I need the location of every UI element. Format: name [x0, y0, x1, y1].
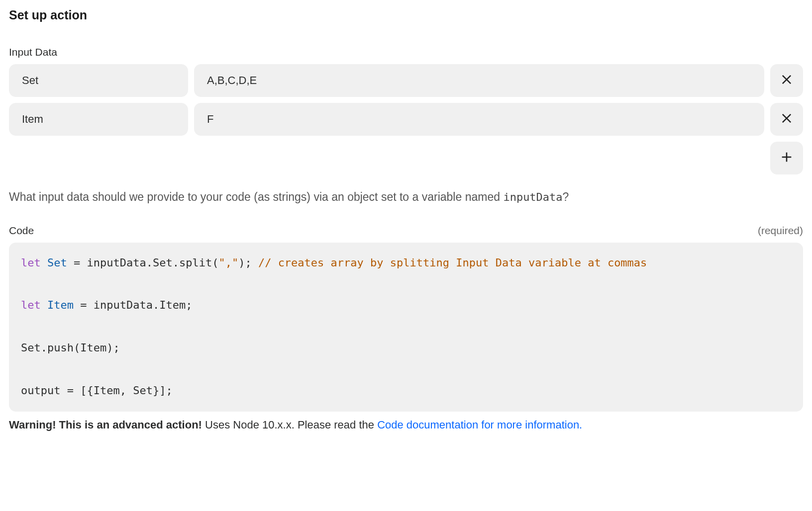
warning-text: Warning! This is an advanced action! Use… — [9, 417, 803, 433]
close-icon — [780, 73, 794, 88]
remove-row-button[interactable] — [770, 64, 803, 97]
input-value-field[interactable]: A,B,C,D,E — [194, 64, 764, 97]
input-value-field[interactable]: F — [194, 103, 764, 136]
plus-icon — [780, 150, 794, 166]
code-editor[interactable]: let Set = inputData.Set.split(","); // c… — [9, 243, 803, 412]
code-required-tag: (required) — [758, 225, 803, 237]
code-label: Code — [9, 225, 34, 237]
input-data-label: Input Data — [9, 46, 803, 58]
input-key-field[interactable]: Item — [9, 103, 188, 136]
add-row-button[interactable] — [770, 142, 803, 174]
input-data-help: What input data should we provide to you… — [9, 188, 803, 206]
page-title: Set up action — [9, 8, 803, 22]
input-data-row: ItemF — [9, 103, 803, 136]
remove-row-button[interactable] — [770, 103, 803, 136]
input-data-rows: SetA,B,C,D,EItemF — [9, 64, 803, 136]
input-data-row: SetA,B,C,D,E — [9, 64, 803, 97]
close-icon — [780, 111, 794, 127]
input-key-field[interactable]: Set — [9, 64, 188, 97]
code-docs-link[interactable]: Code documentation for more information. — [377, 419, 582, 431]
